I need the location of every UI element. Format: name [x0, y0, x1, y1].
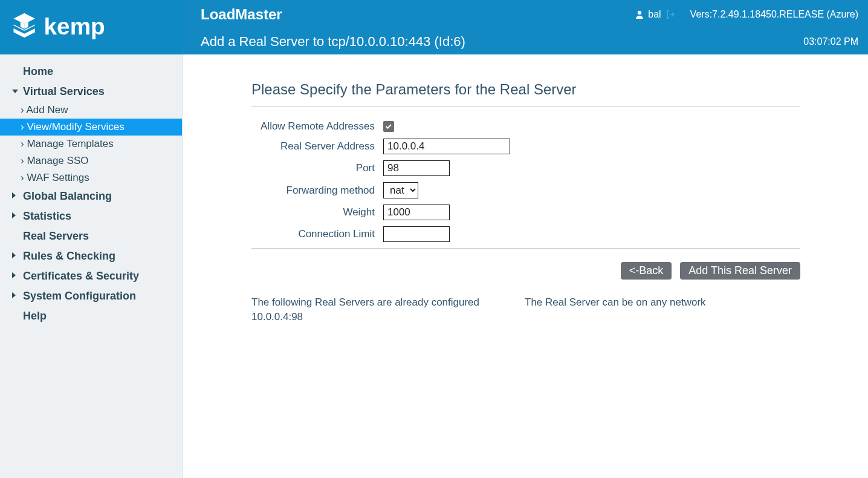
svg-marker-3: [13, 28, 35, 38]
nav-system-config-label: System Configuration: [23, 290, 136, 302]
connection-limit-input[interactable]: [383, 226, 450, 242]
svg-text:kemp: kemp: [44, 13, 105, 39]
label-conn-limit: Connection Limit: [251, 228, 383, 240]
nav-virtual-services-label: Virtual Services: [23, 85, 105, 97]
divider: [251, 106, 800, 107]
version-string: Vers:7.2.49.1.18450.RELEASE (Azure): [690, 9, 858, 20]
product-title: LoadMaster: [201, 6, 635, 23]
nav-statistics[interactable]: Statistics: [0, 206, 182, 226]
nav-home[interactable]: Home: [0, 62, 182, 82]
page-title: Please Specify the Parameters for the Re…: [251, 81, 868, 98]
network-note: The Real Server can be on any network: [525, 296, 800, 309]
caret-right-icon: [12, 272, 16, 278]
page-subtitle: Add a Real Server to tcp/10.0.0.10:443 (…: [201, 34, 803, 50]
real-server-form: Allow Remote Addresses Real Server Addre…: [251, 120, 800, 242]
nav-global-balancing-label: Global Balancing: [23, 190, 112, 202]
header-clock: 03:07:02 PM: [803, 36, 858, 47]
forwarding-method-select[interactable]: nat: [383, 182, 418, 198]
nav-virtual-services[interactable]: Virtual Services: [0, 82, 182, 102]
nav-statistics-label: Statistics: [23, 210, 71, 222]
caret-right-icon: [12, 212, 16, 218]
port-input[interactable]: [383, 160, 450, 176]
check-icon: [385, 123, 392, 130]
configured-header: The following Real Servers are already c…: [251, 296, 525, 309]
kemp-logo-icon: kemp: [10, 10, 137, 45]
username: bal: [648, 9, 661, 20]
nav-real-servers[interactable]: Real Servers: [0, 226, 182, 246]
nav-system-config[interactable]: System Configuration: [0, 286, 182, 306]
weight-input[interactable]: [383, 205, 450, 220]
button-bar: <-Back Add This Real Server: [251, 262, 800, 280]
main-content: Please Specify the Parameters for the Re…: [183, 54, 868, 478]
nav-certs-security[interactable]: Certificates & Security: [0, 266, 182, 286]
nav-certs-security-label: Certificates & Security: [23, 270, 139, 282]
nav-global-balancing[interactable]: Global Balancing: [0, 186, 182, 206]
allow-remote-checkbox[interactable]: [383, 121, 394, 132]
sidebar: Home Virtual Services Add New View/Modif…: [0, 54, 183, 478]
configured-entry: 10.0.0.4:98: [251, 311, 525, 323]
label-forwarding: Forwarding method: [251, 185, 383, 197]
header-right: LoadMaster bal Vers:7.2.49.1.18450.RELEA…: [183, 0, 868, 54]
label-address: Real Server Address: [251, 140, 383, 152]
real-server-address-input[interactable]: [383, 139, 510, 154]
notes-row: The following Real Servers are already c…: [251, 296, 800, 323]
user-icon: [635, 10, 644, 19]
caret-right-icon: [12, 292, 16, 298]
label-weight: Weight: [251, 206, 383, 218]
svg-marker-0: [13, 13, 35, 24]
nav-rules-checking-label: Rules & Checking: [23, 250, 115, 262]
logo-cell: kemp: [0, 0, 183, 54]
back-button[interactable]: <-Back: [621, 262, 672, 280]
divider: [251, 248, 800, 249]
caret-right-icon: [12, 192, 16, 198]
caret-down-icon: [12, 90, 18, 93]
nav-manage-sso[interactable]: Manage SSO: [0, 152, 182, 169]
add-real-server-button[interactable]: Add This Real Server: [680, 262, 800, 280]
nav-help[interactable]: Help: [0, 306, 182, 326]
label-allow-remote: Allow Remote Addresses: [251, 120, 383, 133]
nav-view-modify-services[interactable]: View/Modify Services: [0, 119, 182, 136]
nav-add-new[interactable]: Add New: [0, 102, 182, 119]
label-port: Port: [251, 162, 383, 174]
svg-point-5: [638, 11, 641, 15]
nav-rules-checking[interactable]: Rules & Checking: [0, 246, 182, 266]
nav-manage-templates[interactable]: Manage Templates: [0, 136, 182, 152]
caret-right-icon: [12, 252, 16, 258]
top-bar: kemp LoadMaster bal Vers:7.2.49.1.18450.…: [0, 0, 868, 54]
nav-waf-settings[interactable]: WAF Settings: [0, 169, 182, 186]
logout-icon[interactable]: [665, 9, 676, 20]
